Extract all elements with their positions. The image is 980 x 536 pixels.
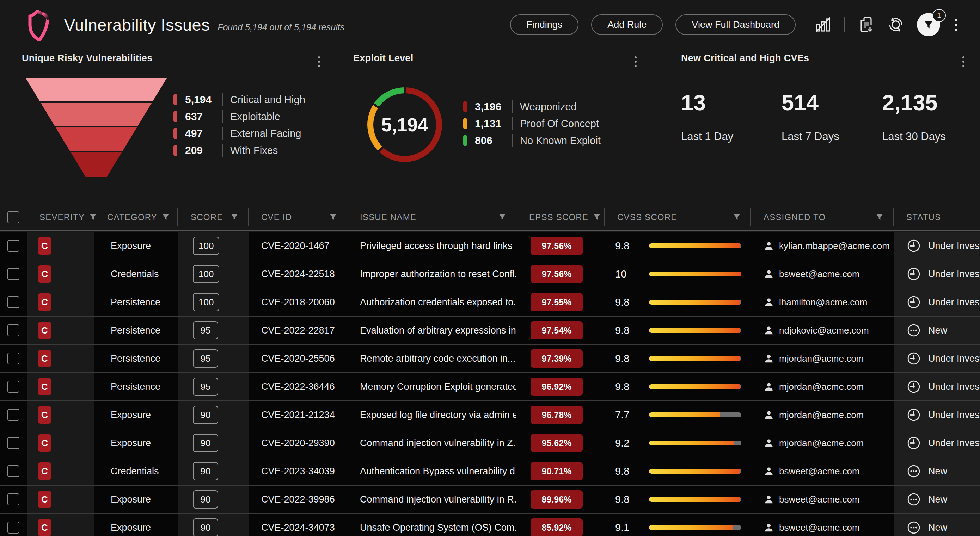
column-filter-icon[interactable] (733, 214, 740, 221)
cvss-score-value: 10 (615, 268, 643, 280)
table-row[interactable]: CExposure90CVE-2022-39986Command injecti… (0, 486, 980, 514)
cve-id-cell: CVE-2023-34039 (248, 457, 347, 485)
severity-badge: C (38, 378, 51, 395)
panel-divider (329, 56, 330, 179)
col-header-status[interactable]: STATUS (894, 204, 980, 230)
status-label: New (928, 522, 947, 533)
epss-score-cell: 97.55% (516, 289, 605, 316)
col-header-severity[interactable]: SEVERITY (27, 204, 94, 230)
row-checkbox[interactable] (7, 437, 19, 449)
row-checkbox-cell (0, 289, 27, 316)
row-checkbox[interactable] (7, 493, 19, 505)
hide-charts-icon[interactable] (815, 16, 832, 33)
person-icon (764, 269, 774, 279)
score-badge: 95 (193, 377, 218, 396)
stat-value: 514 (781, 89, 882, 116)
score-badge: 90 (193, 490, 218, 509)
new-critical-high-cves-panel: New Critical and High CVEs 13Last 1 Day5… (681, 53, 967, 197)
col-header-label: ASSIGNED TO (764, 212, 826, 222)
table-row[interactable]: CPersistence95CVE-2022-36446Memory Corru… (0, 373, 980, 401)
refresh-icon[interactable] (887, 16, 904, 33)
category-cell: Persistence (94, 317, 178, 344)
funnel-segment (26, 78, 167, 101)
assigned-email: mjordan@acme.com (779, 381, 864, 392)
filter-count-badge: 1 (932, 9, 946, 22)
row-checkbox[interactable] (7, 522, 19, 534)
col-header-assigned-to[interactable]: ASSIGNED TO (751, 204, 894, 230)
view-full-dashboard-button[interactable]: View Full Dashboard (675, 14, 795, 35)
table-row[interactable]: CPersistence100CVE-2018-20060Authorizati… (0, 289, 980, 317)
top-bar: Vulnerability Issues Found 5,194 out of … (0, 0, 980, 49)
add-rule-button[interactable]: Add Rule (591, 14, 663, 35)
stat-label: Last 30 Days (882, 130, 980, 143)
table-row[interactable]: CCredentials100CVE-2024-22518Improper au… (0, 260, 980, 289)
table-row[interactable]: CPersistence95CVE-2020-25506Remote arbit… (0, 345, 980, 373)
column-filter-icon[interactable] (593, 214, 600, 221)
legend-item: 3,196Weaponized (463, 101, 601, 113)
cvss-score-bar-fill (649, 441, 734, 446)
column-filter-icon[interactable] (876, 214, 883, 221)
col-header-epss-score[interactable]: EPSS SCORE (516, 204, 605, 230)
legend-separator (512, 134, 513, 147)
row-checkbox[interactable] (7, 240, 19, 252)
column-filter-icon[interactable] (162, 214, 169, 221)
category-cell: Credentials (94, 457, 178, 485)
row-checkbox[interactable] (7, 352, 19, 365)
select-all-checkbox[interactable] (7, 211, 19, 223)
col-header-category[interactable]: CATEGORY (94, 204, 178, 230)
person-icon (764, 381, 774, 392)
icon-divider (844, 17, 845, 32)
table-row[interactable]: CExposure90CVE-2020-29390Command injecti… (0, 429, 980, 457)
score-cell: 90 (178, 514, 248, 536)
row-checkbox[interactable] (7, 296, 19, 308)
col-header-cvss-score[interactable]: CVSS SCORE (605, 204, 751, 230)
legend-value: 637 (185, 111, 221, 122)
col-header-cve-id[interactable]: CVE ID (248, 204, 347, 230)
person-icon (764, 522, 774, 533)
severity-cell: C (27, 345, 94, 372)
col-header-issue-name[interactable]: ISSUE NAME (347, 204, 516, 230)
panel-kebab-menu[interactable] (960, 54, 967, 69)
header-kebab-menu[interactable] (953, 17, 959, 33)
severity-cell: C (27, 401, 94, 428)
new-status-dots-icon (907, 521, 920, 534)
row-checkbox[interactable] (7, 409, 19, 421)
issue-name-cell: Privileged access through hard links (347, 232, 516, 260)
row-checkbox[interactable] (7, 324, 19, 336)
severity-cell: C (27, 317, 94, 344)
epss-score-cell: 89.96% (516, 486, 605, 513)
table-row[interactable]: CExposure90CVE-2021-21234Exposed log fil… (0, 401, 980, 429)
cve-id-cell: CVE-2020-25506 (248, 345, 347, 372)
active-filters-control[interactable]: 1 (917, 13, 940, 36)
legend-item: 806No Known Exploit (463, 135, 601, 146)
panel-kebab-menu[interactable] (316, 54, 322, 69)
col-header-score[interactable]: SCORE (178, 204, 248, 230)
table-row[interactable]: CExposure100CVE-2020-1467Privileged acce… (0, 232, 980, 260)
col-header-label: CVE ID (261, 212, 292, 222)
status-cell: Under Investigation (894, 373, 980, 400)
export-report-icon[interactable] (858, 16, 875, 33)
findings-button[interactable]: Findings (510, 14, 579, 35)
row-checkbox-cell (0, 317, 27, 344)
table-row[interactable]: CExposure90CVE-2024-34073Unsafe Operatin… (0, 514, 980, 536)
row-checkbox[interactable] (7, 381, 19, 393)
epss-score-cell: 96.78% (516, 401, 605, 428)
column-filter-icon[interactable] (329, 214, 337, 221)
cvss-score-bar-fill (649, 328, 740, 333)
row-checkbox[interactable] (7, 465, 19, 477)
assigned-email: bsweet@acme.com (779, 522, 860, 533)
column-filter-icon[interactable] (231, 214, 238, 221)
person-icon (764, 494, 774, 505)
column-filter-icon[interactable] (499, 214, 506, 221)
cvss-score-bar-fill (649, 525, 733, 530)
epss-score-badge: 97.55% (531, 293, 583, 311)
panel-kebab-menu[interactable] (632, 54, 639, 69)
col-header-label: CATEGORY (107, 212, 157, 222)
stat-value: 13 (681, 89, 781, 116)
table-row[interactable]: CCredentials90CVE-2023-34039Authenticati… (0, 457, 980, 486)
legend-label: Proof Of Concept (520, 118, 599, 130)
table-row[interactable]: CPersistence95CVE-2022-22817Evaluation o… (0, 317, 980, 345)
header-icon-group: 1 (815, 13, 959, 36)
cve-stats: 13Last 1 Day514Last 7 Days2,135Last 30 D… (681, 89, 980, 143)
row-checkbox[interactable] (7, 268, 19, 280)
